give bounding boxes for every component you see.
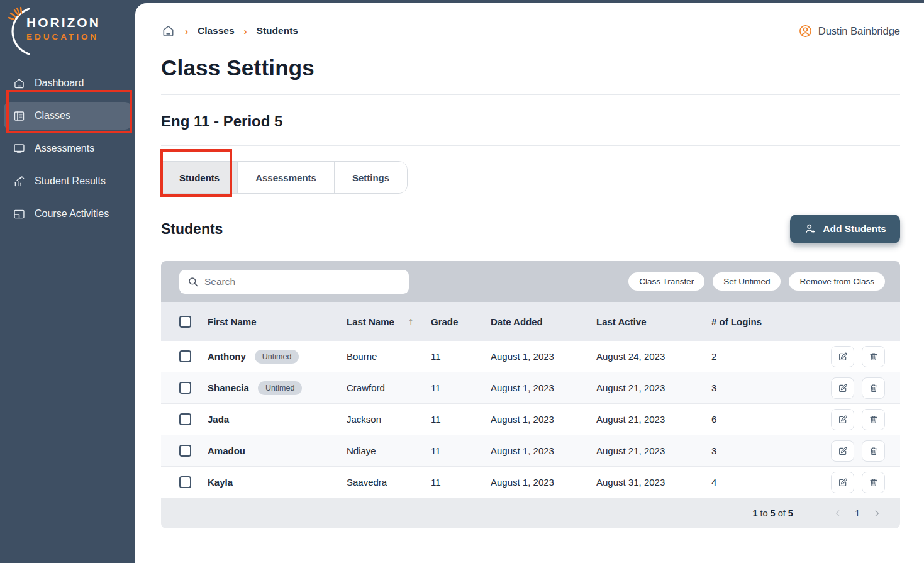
student-grade: 11 bbox=[431, 414, 491, 425]
arrow-up-icon[interactable]: ↑ bbox=[408, 316, 413, 327]
student-first-name: Shanecia bbox=[208, 382, 249, 393]
row-checkbox[interactable] bbox=[179, 350, 191, 362]
pencil-square-icon bbox=[838, 446, 848, 456]
user-avatar-icon bbox=[798, 24, 813, 38]
column-header-grade[interactable]: Grade bbox=[431, 316, 491, 327]
row-checkbox[interactable] bbox=[179, 476, 191, 488]
delete-student-button[interactable] bbox=[862, 346, 885, 367]
student-grade: 11 bbox=[431, 445, 491, 456]
sidebar-item-classes[interactable]: Classes bbox=[4, 102, 131, 130]
student-last-active: August 21, 2023 bbox=[596, 382, 711, 393]
edit-student-button[interactable] bbox=[831, 377, 854, 399]
untimed-badge: Untimed bbox=[255, 350, 299, 364]
student-last-name: Bourne bbox=[347, 351, 431, 362]
pagination-range: 1 to 5 of 5 bbox=[752, 508, 793, 518]
pagination-page-number[interactable]: 1 bbox=[855, 508, 860, 518]
chevron-right-icon: › bbox=[185, 26, 188, 36]
tab-assessments[interactable]: Assessments bbox=[238, 162, 335, 193]
pagination-prev-button[interactable] bbox=[830, 505, 846, 521]
column-header-first-name[interactable]: First Name bbox=[208, 316, 347, 327]
breadcrumb-home-icon[interactable] bbox=[161, 24, 175, 38]
search-input[interactable] bbox=[179, 270, 409, 294]
edit-student-button[interactable] bbox=[831, 346, 854, 367]
breadcrumb-classes[interactable]: Classes bbox=[198, 25, 235, 36]
row-checkbox[interactable] bbox=[179, 445, 191, 457]
student-date-added: August 1, 2023 bbox=[491, 351, 596, 362]
column-header-last-active[interactable]: Last Active bbox=[596, 316, 711, 327]
classes-icon bbox=[13, 109, 26, 123]
add-students-label: Add Students bbox=[823, 223, 886, 235]
trash-icon bbox=[869, 446, 879, 456]
students-table: Class Transfer Set Untimed Remove from C… bbox=[161, 261, 900, 528]
layout-icon bbox=[13, 208, 26, 221]
row-checkbox[interactable] bbox=[179, 413, 191, 425]
sidebar-item-course-activities[interactable]: Course Activities bbox=[4, 200, 131, 228]
column-header-last-name[interactable]: Last Name bbox=[347, 316, 394, 327]
edit-student-button[interactable] bbox=[831, 440, 854, 462]
student-first-name: Anthony bbox=[208, 351, 246, 362]
sidebar-item-label: Student Results bbox=[35, 176, 106, 187]
student-last-active: August 31, 2023 bbox=[596, 477, 711, 488]
table-row: Kayla Saavedra 11 August 1, 2023 August … bbox=[161, 467, 900, 498]
student-logins: 3 bbox=[711, 382, 827, 393]
edit-student-button[interactable] bbox=[831, 472, 854, 493]
student-grade: 11 bbox=[431, 351, 491, 362]
student-last-name: Saavedra bbox=[347, 477, 431, 488]
student-grade: 11 bbox=[431, 477, 491, 488]
untimed-badge: Untimed bbox=[258, 381, 303, 395]
table-toolbar: Class Transfer Set Untimed Remove from C… bbox=[161, 261, 900, 302]
divider bbox=[161, 145, 900, 146]
sidebar-item-assessments[interactable]: Assessments bbox=[4, 135, 131, 162]
student-first-name: Jada bbox=[208, 414, 229, 425]
select-all-checkbox[interactable] bbox=[179, 316, 191, 328]
student-last-name: Ndiaye bbox=[347, 445, 431, 456]
sidebar-item-label: Dashboard bbox=[35, 77, 84, 89]
delete-student-button[interactable] bbox=[862, 409, 885, 430]
edit-student-button[interactable] bbox=[831, 409, 854, 430]
breadcrumb-students[interactable]: Students bbox=[257, 25, 298, 36]
search-box bbox=[179, 270, 409, 294]
monitor-icon bbox=[13, 142, 26, 155]
student-logins: 4 bbox=[711, 477, 827, 488]
delete-student-button[interactable] bbox=[862, 472, 885, 493]
delete-student-button[interactable] bbox=[862, 440, 885, 462]
user-menu[interactable]: Dustin Bainbridge bbox=[798, 24, 900, 38]
add-students-button[interactable]: Add Students bbox=[790, 215, 900, 243]
tab-students[interactable]: Students bbox=[162, 162, 238, 193]
remove-from-class-button[interactable]: Remove from Class bbox=[789, 272, 885, 291]
pencil-square-icon bbox=[838, 415, 848, 425]
tab-settings[interactable]: Settings bbox=[335, 162, 407, 193]
pencil-square-icon bbox=[838, 352, 848, 362]
brand-name: HORIZON bbox=[26, 15, 101, 30]
student-first-name: Amadou bbox=[208, 445, 245, 456]
breadcrumb: › Classes › Students bbox=[161, 24, 298, 38]
student-last-active: August 24, 2023 bbox=[596, 351, 711, 362]
brand-logo: HORIZON EDUCATION bbox=[0, 0, 135, 63]
sidebar-nav: Dashboard Classes Assessments Student Re… bbox=[0, 63, 135, 228]
column-header-date-added[interactable]: Date Added bbox=[491, 316, 596, 327]
trash-icon bbox=[869, 352, 879, 362]
table-row: AnthonyUntimed Bourne 11 August 1, 2023 … bbox=[161, 341, 900, 372]
sidebar-item-student-results[interactable]: Student Results bbox=[4, 167, 131, 195]
sidebar-item-label: Classes bbox=[35, 110, 70, 121]
student-logins: 6 bbox=[711, 414, 827, 425]
student-date-added: August 1, 2023 bbox=[491, 477, 596, 488]
sidebar-item-dashboard[interactable]: Dashboard bbox=[4, 69, 131, 97]
table-footer: 1 to 5 of 5 1 bbox=[161, 498, 900, 528]
delete-student-button[interactable] bbox=[862, 377, 885, 399]
column-header-logins[interactable]: # of Logins bbox=[711, 316, 827, 327]
home-icon bbox=[13, 77, 26, 90]
pencil-square-icon bbox=[838, 383, 848, 393]
chevron-left-icon bbox=[833, 509, 842, 518]
pagination-next-button[interactable] bbox=[869, 505, 885, 521]
row-checkbox[interactable] bbox=[179, 382, 191, 394]
class-transfer-button[interactable]: Class Transfer bbox=[628, 272, 704, 291]
student-last-name: Crawford bbox=[347, 382, 431, 393]
chevron-right-icon: › bbox=[244, 26, 247, 36]
chevron-right-icon bbox=[872, 509, 881, 518]
student-logins: 3 bbox=[711, 445, 827, 456]
set-untimed-button[interactable]: Set Untimed bbox=[713, 272, 781, 291]
student-last-name: Jackson bbox=[347, 414, 431, 425]
main-content: › Classes › Students Dustin Bainbridge C… bbox=[135, 3, 924, 563]
table-header-row: First Name Last Name ↑ Grade Date Added … bbox=[161, 302, 900, 341]
